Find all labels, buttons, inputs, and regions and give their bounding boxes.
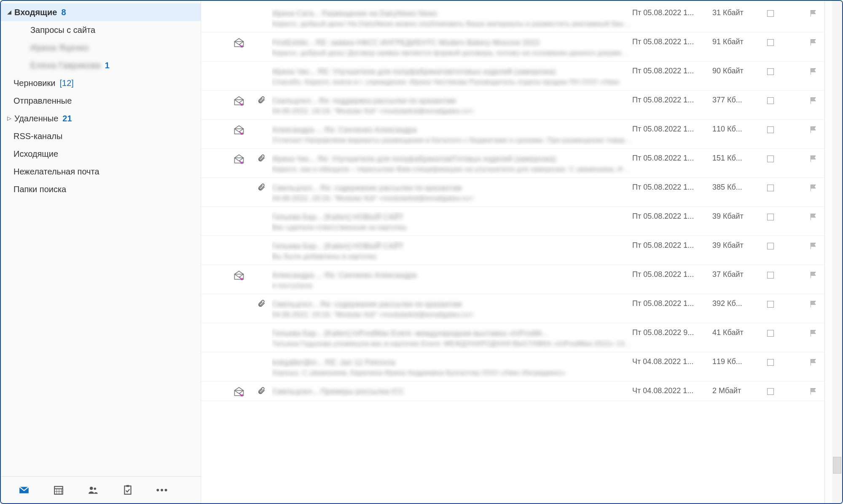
nav-mail-icon[interactable] bbox=[18, 484, 30, 496]
message-date: Пт 05.08.2022 1... bbox=[632, 8, 712, 17]
message-checkbox[interactable] bbox=[767, 214, 774, 220]
message-row[interactable]: Ирина Сата... Размещение на DairyNews Ne… bbox=[201, 3, 824, 32]
message-row[interactable]: Гильева Бар... [Kaiten] НОВЫЙ САЙТВас сд… bbox=[201, 207, 824, 236]
message-checkbox[interactable] bbox=[767, 359, 774, 366]
message-size: 377 Кб... bbox=[712, 95, 767, 105]
folder-label: Входящие bbox=[14, 6, 57, 19]
message-preview: Хорошо. С уважением, Карелина Ирина Андр… bbox=[272, 368, 632, 378]
message-row[interactable]: Скальцгюл... Re: поддержка рассылки по к… bbox=[201, 91, 824, 120]
attachment-icon bbox=[251, 298, 272, 308]
flag-icon[interactable] bbox=[805, 211, 822, 221]
nav-people-icon[interactable] bbox=[87, 484, 99, 496]
folder-item[interactable]: RSS-каналы bbox=[1, 127, 201, 145]
folder-label: Черновики bbox=[13, 77, 55, 89]
message-row[interactable]: Гильева Бар... [Kaiten] НОВЫЙ САЙТВы был… bbox=[201, 236, 824, 265]
folder-label: Исходящие bbox=[13, 147, 58, 160]
message-checkbox[interactable] bbox=[767, 301, 774, 308]
chevron-down-icon[interactable]: ◢ bbox=[6, 6, 13, 19]
message-sender: Александра ... bbox=[272, 126, 322, 134]
message-size: 37 Кбайт bbox=[712, 269, 767, 279]
message-subject: RE: заявка НФСС ИНГРЕДИЕНТС Modern Baker… bbox=[316, 38, 539, 47]
message-checkbox[interactable] bbox=[767, 272, 774, 279]
message-checkbox[interactable] bbox=[767, 68, 774, 75]
message-checkbox[interactable] bbox=[767, 126, 774, 133]
flag-icon[interactable] bbox=[805, 8, 822, 18]
flag-icon[interactable] bbox=[805, 357, 822, 367]
folder-item[interactable]: ◢Входящие8 bbox=[1, 3, 201, 21]
folder-item[interactable]: Елена Гаврикова1 bbox=[1, 56, 201, 74]
folder-item[interactable]: Черновики[12] bbox=[1, 74, 201, 92]
message-date: Пт 05.08.2022 1... bbox=[632, 269, 712, 279]
nav-calendar-icon[interactable] bbox=[52, 484, 65, 496]
attachment-icon bbox=[251, 357, 272, 357]
message-checkbox[interactable] bbox=[767, 39, 774, 46]
message-checkbox[interactable] bbox=[767, 155, 774, 162]
flag-icon[interactable] bbox=[805, 327, 822, 338]
message-sender: Смельцгюл... bbox=[272, 300, 318, 308]
flag-icon[interactable] bbox=[805, 269, 822, 279]
message-subject: RE: Улучшители для полуфабрикатов/готовы… bbox=[318, 67, 556, 76]
message-subject: [Kaiten] НОВЫЙ САЙТ bbox=[325, 242, 403, 250]
flag-icon[interactable] bbox=[805, 95, 822, 105]
nav-tasks-icon[interactable] bbox=[121, 484, 134, 496]
message-row[interactable]: Александра ... Re: Синченко Александрая … bbox=[201, 265, 824, 294]
chevron-right-icon[interactable]: ▷ bbox=[6, 112, 13, 125]
flag-icon[interactable] bbox=[805, 240, 822, 250]
scrollbar-thumb[interactable] bbox=[833, 457, 841, 474]
message-preview: Кирилл, добрый день! Договор-заявка явля… bbox=[272, 48, 632, 58]
replied-icon bbox=[227, 37, 251, 48]
message-size: 31 Кбайт bbox=[712, 8, 767, 17]
message-sender: Гильева Бар... bbox=[272, 329, 322, 338]
folder-item[interactable]: ▷Удаленные21 bbox=[1, 110, 201, 127]
message-subject: Re: поддержка рассылки по крaзантам bbox=[319, 97, 456, 105]
message-row[interactable]: Гильева Бар... [Kaiten] InProdMax Event-… bbox=[201, 323, 824, 352]
message-subject: Размещение на DairyNews News bbox=[322, 9, 437, 18]
flag-icon[interactable] bbox=[805, 153, 822, 163]
replied-icon bbox=[227, 386, 251, 397]
folder-sidebar: ◢Входящие8Запросы с сайтаИрина ЯценкоЕле… bbox=[1, 1, 201, 503]
folder-label: Нежелательная почта bbox=[13, 165, 99, 178]
attachment-icon bbox=[251, 327, 272, 328]
message-checkbox[interactable] bbox=[767, 388, 774, 395]
flag-icon[interactable] bbox=[805, 66, 822, 76]
flag-icon[interactable] bbox=[805, 182, 822, 192]
folder-item[interactable]: Отправленные bbox=[1, 92, 201, 110]
message-row[interactable]: Смельцгюл... Примеры россылка ICCЧт 04.0… bbox=[201, 381, 824, 401]
folder-count: [12] bbox=[59, 77, 73, 89]
message-row[interactable]: Ирина Чис... RE: Улучшители для полуфабр… bbox=[201, 62, 824, 91]
folder-item[interactable]: Исходящие bbox=[1, 145, 201, 163]
message-row[interactable]: Александра ... Re: Синченко АлександраОт… bbox=[201, 120, 824, 149]
message-checkbox[interactable] bbox=[767, 10, 774, 17]
flag-icon[interactable] bbox=[805, 124, 822, 134]
svg-point-8 bbox=[94, 488, 96, 490]
message-date: Пт 05.08.2022 1... bbox=[632, 95, 712, 105]
message-preview: Кирилл, добрый день! На DairyNews можно … bbox=[272, 19, 632, 29]
folder-item[interactable]: Ирина Яценко bbox=[1, 39, 201, 56]
flag-icon[interactable] bbox=[805, 37, 822, 47]
nav-more-icon[interactable]: ••• bbox=[156, 484, 169, 496]
message-row[interactable]: Ирина Чис... Re: Улучшители для полуфабр… bbox=[201, 149, 824, 178]
message-row[interactable]: bukgalter@in... RE: Jan 12 PetrovnaХорош… bbox=[201, 352, 824, 381]
message-size: 119 Кб... bbox=[712, 357, 767, 366]
message-date: Пт 05.08.2022 1... bbox=[632, 37, 712, 46]
replied-icon bbox=[227, 211, 251, 212]
flag-icon[interactable] bbox=[805, 298, 822, 308]
message-checkbox[interactable] bbox=[767, 330, 774, 337]
message-size: 39 Кбайт bbox=[712, 240, 767, 250]
flag-icon[interactable] bbox=[805, 386, 822, 396]
message-row[interactable]: FirstExhibi... RE: заявка НФСС ИНГРЕДИЕН… bbox=[201, 32, 824, 62]
svg-rect-9 bbox=[124, 486, 131, 494]
message-row[interactable]: Смельцгюл... Re: содержание рассылки по … bbox=[201, 294, 824, 323]
message-checkbox[interactable] bbox=[767, 185, 774, 191]
folder-item[interactable]: Нежелательная почта bbox=[1, 163, 201, 180]
message-checkbox[interactable] bbox=[767, 243, 774, 249]
folder-item[interactable]: Запросы с сайта bbox=[1, 21, 201, 39]
message-row[interactable]: Смельцгюл... Re: содержание рассылки по … bbox=[201, 178, 824, 207]
message-checkbox[interactable] bbox=[767, 97, 774, 104]
folder-item[interactable]: Папки поиска bbox=[1, 180, 201, 198]
replied-icon bbox=[227, 182, 251, 183]
message-date: Пт 05.08.2022 1... bbox=[632, 211, 712, 221]
replied-icon bbox=[227, 240, 251, 241]
folder-count: 8 bbox=[61, 6, 66, 19]
reading-pane-scrollbar[interactable] bbox=[824, 1, 842, 503]
